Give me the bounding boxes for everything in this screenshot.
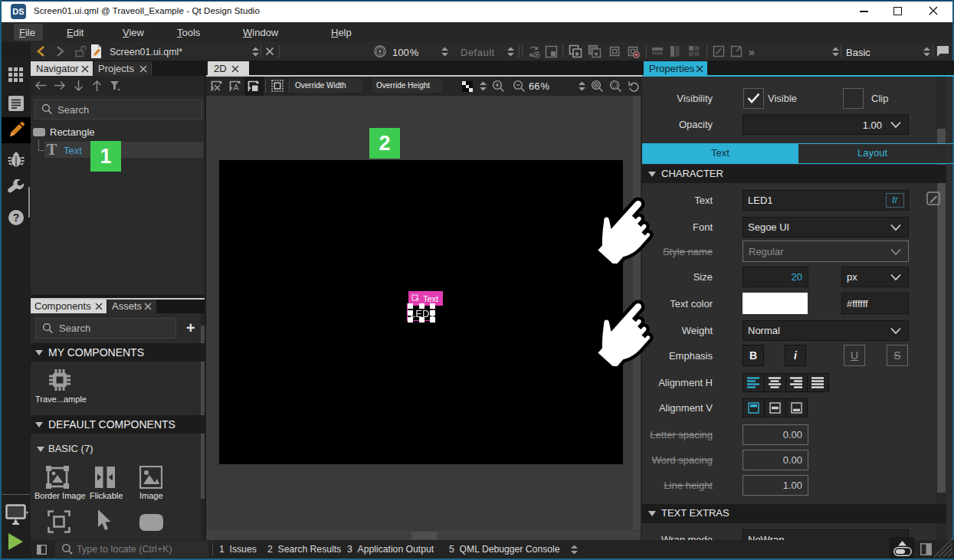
svg-text:A: A [233, 83, 238, 92]
svg-text:?: ? [13, 211, 20, 224]
